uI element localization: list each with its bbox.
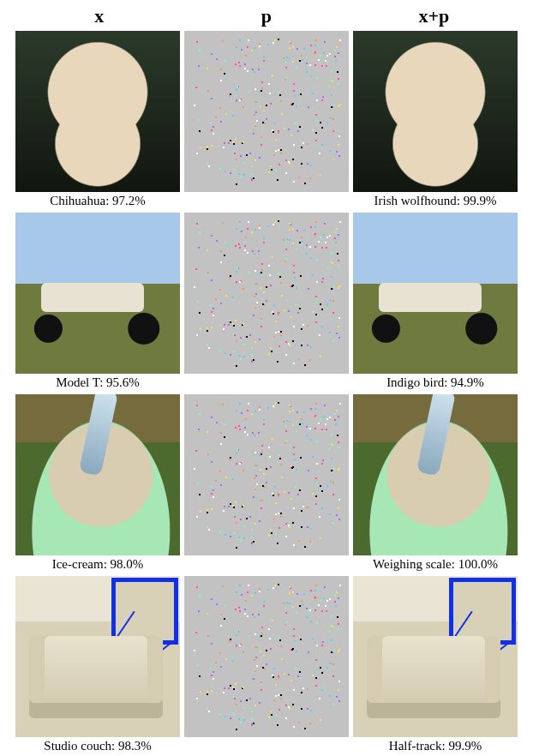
zoom-source-box bbox=[428, 677, 459, 708]
image-original bbox=[15, 31, 180, 192]
caption-adversarial: Half-track: 99.9% bbox=[353, 737, 518, 756]
caption-original: Studio couch: 98.3% bbox=[15, 737, 180, 756]
caption-perturbation bbox=[184, 737, 349, 756]
image-perturbation bbox=[184, 31, 349, 192]
image-perturbation bbox=[184, 394, 349, 555]
zoom-inset bbox=[111, 578, 178, 645]
header-p: p bbox=[184, 5, 349, 27]
image-adversarial bbox=[353, 31, 518, 192]
zoom-inset bbox=[449, 578, 516, 645]
figure-row: Chihuahua: 97.2% Irish wolfhound: 99.9% bbox=[15, 31, 518, 213]
cell-adversarial: Half-track: 99.9% bbox=[353, 576, 518, 756]
caption-original: Ice-cream: 98.0% bbox=[15, 555, 180, 574]
cell-adversarial: Weighing scale: 100.0% bbox=[353, 394, 518, 574]
image-original bbox=[15, 213, 180, 374]
figure-grid: x p x+p Chihuahua: 97.2% Irish wolfhound… bbox=[0, 0, 533, 756]
caption-adversarial: Weighing scale: 100.0% bbox=[353, 555, 518, 574]
image-adversarial bbox=[353, 213, 518, 374]
zoom-connector bbox=[458, 640, 511, 681]
caption-perturbation bbox=[184, 555, 349, 574]
figure-row: Studio couch: 98.3% Half-track: 99.9% bbox=[15, 576, 518, 756]
caption-original: Model T: 95.6% bbox=[15, 374, 180, 393]
caption-perturbation bbox=[184, 374, 349, 393]
cell-adversarial: Irish wolfhound: 99.9% bbox=[353, 31, 518, 211]
zoom-source-box bbox=[91, 677, 122, 708]
cell-original: Ice-cream: 98.0% bbox=[15, 394, 180, 574]
cell-perturbation bbox=[184, 576, 349, 756]
cell-original: Chihuahua: 97.2% bbox=[15, 31, 180, 211]
image-adversarial bbox=[353, 576, 518, 737]
caption-adversarial: Indigo bird: 94.9% bbox=[353, 374, 518, 393]
figure-row: Model T: 95.6% Indigo bird: 94.9% bbox=[15, 213, 518, 394]
cell-perturbation bbox=[184, 394, 349, 574]
image-adversarial bbox=[353, 394, 518, 555]
column-headers: x p x+p bbox=[15, 5, 518, 27]
figure-row: Ice-cream: 98.0% Weighing scale: 100.0% bbox=[15, 394, 518, 576]
cell-perturbation bbox=[184, 213, 349, 393]
header-x: x bbox=[17, 5, 182, 27]
cell-adversarial: Indigo bird: 94.9% bbox=[353, 213, 518, 393]
header-xp: x+p bbox=[351, 5, 516, 27]
zoom-connector bbox=[121, 640, 173, 681]
caption-perturbation bbox=[184, 192, 349, 211]
cell-perturbation bbox=[184, 31, 349, 211]
cell-original: Studio couch: 98.3% bbox=[15, 576, 180, 756]
image-original bbox=[15, 394, 180, 555]
image-perturbation bbox=[184, 576, 349, 737]
caption-original: Chihuahua: 97.2% bbox=[15, 192, 180, 211]
cell-original: Model T: 95.6% bbox=[15, 213, 180, 393]
caption-adversarial: Irish wolfhound: 99.9% bbox=[353, 192, 518, 211]
image-perturbation bbox=[184, 213, 349, 374]
image-original bbox=[15, 576, 180, 737]
